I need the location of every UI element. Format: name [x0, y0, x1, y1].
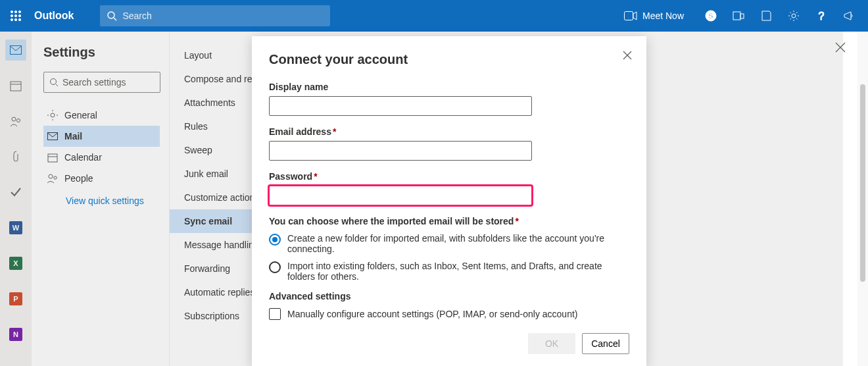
svg-point-29: [12, 117, 16, 121]
rail-calendar-icon[interactable]: [5, 75, 26, 96]
store-option-existing-folders[interactable]: Import into existing folders, such as In…: [269, 261, 629, 282]
camera-icon: [624, 11, 637, 20]
advanced-settings-heading: Advanced settings: [269, 291, 629, 301]
store-option-new-folder[interactable]: Create a new folder for imported email, …: [269, 233, 629, 254]
svg-point-41: [51, 113, 55, 117]
password-label: Password*: [269, 171, 629, 182]
svg-rect-26: [11, 46, 22, 55]
brand-label[interactable]: Outlook: [32, 10, 100, 22]
rail-powerpoint-icon[interactable]: P: [5, 288, 26, 309]
help-icon[interactable]: ?: [815, 10, 827, 22]
search-icon: [107, 11, 117, 21]
svg-point-16: [792, 14, 796, 18]
svg-point-5: [18, 14, 20, 16]
svg-rect-47: [48, 154, 57, 162]
email-address-input[interactable]: [269, 141, 532, 161]
settings-search-placeholder: Search settings: [62, 77, 126, 88]
search-placeholder: Search: [122, 11, 151, 21]
rail-mail-icon[interactable]: [5, 39, 26, 61]
svg-point-6: [11, 18, 12, 20]
rail-todo-icon[interactable]: [5, 182, 26, 203]
svg-point-49: [49, 174, 53, 178]
svg-line-22: [796, 18, 798, 20]
checkbox-icon: [269, 308, 281, 320]
svg-point-39: [51, 79, 57, 85]
svg-text:X: X: [13, 259, 18, 267]
view-quick-settings-link[interactable]: View quick settings: [43, 189, 160, 206]
svg-rect-27: [11, 82, 21, 91]
settings-cat-calendar[interactable]: Calendar: [43, 147, 160, 168]
svg-rect-14: [733, 12, 740, 20]
cat-label: Calendar: [64, 152, 102, 163]
teams-icon[interactable]: [733, 10, 744, 22]
settings-search[interactable]: Search settings: [43, 72, 160, 93]
skype-icon[interactable]: S: [705, 10, 717, 22]
cat-label: People: [64, 173, 93, 184]
announcement-icon[interactable]: [843, 10, 855, 22]
svg-text:N: N: [13, 330, 18, 338]
dialog-close-icon[interactable]: [623, 51, 632, 60]
display-name-label: Display name: [269, 82, 629, 92]
svg-point-9: [108, 12, 114, 18]
global-search[interactable]: Search: [100, 5, 330, 26]
people-icon: [47, 173, 58, 184]
svg-point-30: [17, 119, 20, 122]
search-icon: [49, 78, 59, 87]
svg-point-50: [54, 176, 57, 179]
meet-now-button[interactable]: Meet Now: [616, 11, 692, 21]
notes-icon[interactable]: [760, 10, 772, 22]
cat-label: Mail: [64, 131, 82, 142]
settings-cat-people[interactable]: People: [43, 168, 160, 189]
left-app-rail: W X P N: [0, 32, 32, 366]
radio-icon: [269, 234, 281, 246]
topbar: Outlook Search Meet Now S ?: [0, 0, 868, 32]
dialog-actions: OK Cancel: [269, 333, 629, 354]
svg-point-2: [18, 11, 20, 13]
svg-line-23: [796, 13, 798, 14]
svg-rect-15: [740, 14, 744, 18]
manual-configure-label: Manually configure account settings (POP…: [287, 309, 578, 319]
settings-categories: General Mail Calendar People: [43, 105, 160, 189]
rail-people-icon[interactable]: [5, 111, 26, 132]
radio-icon: [269, 261, 281, 273]
store-option-label: Create a new folder for imported email, …: [287, 233, 629, 254]
app-launcher-icon[interactable]: [0, 0, 32, 32]
svg-point-4: [14, 14, 16, 16]
store-option-label: Import into existing folders, such as In…: [287, 261, 629, 282]
email-address-label: Email address*: [269, 126, 629, 137]
rail-word-icon[interactable]: W: [5, 217, 26, 238]
cat-label: General: [64, 110, 97, 120]
svg-point-3: [11, 14, 12, 16]
settings-title: Settings: [43, 45, 160, 60]
svg-rect-11: [624, 12, 633, 20]
cancel-button[interactable]: Cancel: [582, 333, 629, 354]
dialog-title: Connect your account: [269, 52, 629, 67]
calendar-icon: [47, 152, 58, 163]
password-input[interactable]: [269, 186, 532, 205]
settings-panel: Settings Search settings General Mail Ca…: [32, 32, 170, 366]
svg-text:?: ?: [819, 11, 825, 22]
ok-button[interactable]: OK: [528, 333, 575, 354]
svg-line-10: [114, 18, 116, 20]
svg-line-40: [56, 84, 58, 86]
rail-excel-icon[interactable]: X: [5, 253, 26, 274]
connect-account-dialog: Connect your account Display name Email …: [252, 36, 646, 366]
gear-icon: [47, 110, 58, 120]
settings-cat-general[interactable]: General: [43, 105, 160, 126]
rail-onenote-icon[interactable]: N: [5, 324, 26, 345]
settings-close-icon[interactable]: [835, 42, 846, 53]
display-name-input[interactable]: [269, 96, 532, 116]
rail-files-icon[interactable]: [5, 146, 26, 167]
mail-icon: [47, 132, 58, 140]
scrollbar[interactable]: [857, 32, 868, 366]
topbar-icons: S ?: [692, 10, 868, 22]
svg-point-7: [14, 18, 16, 20]
svg-line-21: [790, 13, 792, 14]
manual-configure-checkbox[interactable]: Manually configure account settings (POP…: [269, 308, 629, 320]
svg-text:W: W: [12, 224, 20, 232]
settings-icon[interactable]: [788, 10, 800, 22]
settings-cat-mail[interactable]: Mail: [43, 126, 160, 147]
svg-text:S: S: [708, 12, 713, 20]
svg-rect-46: [48, 133, 58, 140]
svg-text:P: P: [13, 295, 18, 303]
